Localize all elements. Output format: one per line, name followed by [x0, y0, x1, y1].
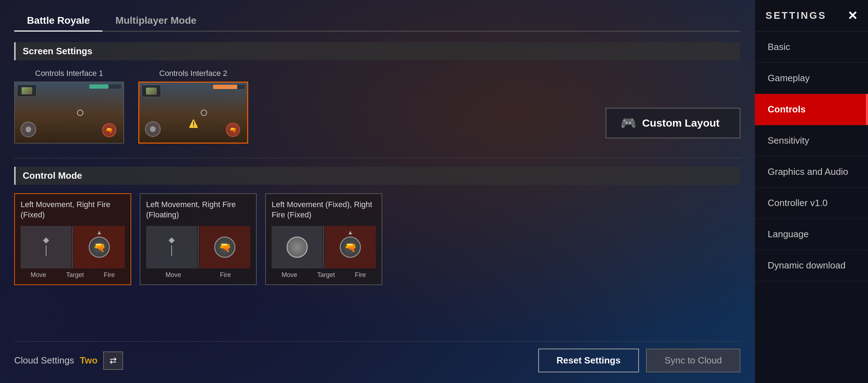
label-move-1: Move [30, 271, 46, 279]
control-mode-2-title: Left Movement, Right Fire (Floating) [146, 200, 250, 221]
control-mode-card-3[interactable]: Left Movement (Fixed), Right Fire (Fixed… [265, 193, 382, 285]
tab-battle-royale[interactable]: Battle Royale [14, 11, 102, 32]
control-mode-card-2[interactable]: Left Movement, Right Fire (Floating) 🔫 M… [140, 193, 257, 285]
control-mode-1-title: Left Movement, Right Fire (Fixed) [21, 200, 125, 221]
control-half-left-1 [21, 226, 72, 268]
interface-1-label: Controls Interface 1 [35, 69, 103, 78]
sidebar-item-basic[interactable]: Basic [755, 32, 868, 63]
interface-2-preview[interactable]: ⚠️ 🔫 [138, 82, 248, 144]
label-fire-2: Fire [220, 271, 231, 279]
control-labels-2: Move Fire [146, 271, 250, 279]
fire-button-1: 🔫 [89, 237, 110, 258]
bottom-bar: Cloud Settings Two ⇄ Reset Settings Sync… [14, 341, 740, 372]
interface-1-item[interactable]: Controls Interface 1 [14, 69, 124, 144]
main-content: Battle Royale Multiplayer Mode Screen Se… [0, 0, 755, 383]
control-half-right-1: 🔫 [74, 226, 125, 268]
control-mode-header: Control Mode [14, 167, 740, 185]
control-mode-2-visual: 🔫 [146, 226, 250, 268]
sidebar-item-controller[interactable]: Controller v1.0 [755, 188, 868, 219]
control-mode-card-1[interactable]: Left Movement, Right Fire (Fixed) 🔫 Move… [14, 193, 131, 285]
control-half-right-2: 🔫 [199, 226, 250, 268]
control-labels-3: Move Target Fire [272, 271, 376, 279]
control-half-left-3 [272, 226, 323, 268]
interfaces-row: Controls Interface 1 [14, 69, 248, 144]
control-mode-3-title: Left Movement (Fixed), Right Fire (Fixed… [272, 200, 376, 221]
sidebar-items-list: Basic Gameplay Controls Sensitivity Grap… [755, 32, 868, 281]
tab-multiplayer-mode[interactable]: Multiplayer Mode [102, 11, 209, 32]
control-mode-1-visual: 🔫 [21, 226, 125, 268]
sidebar-item-sensitivity[interactable]: Sensitivity [755, 125, 868, 156]
label-move-2: Move [166, 271, 181, 279]
control-half-right-3: 🔫 [325, 226, 376, 268]
label-move-3: Move [282, 271, 297, 279]
fire-button-3: 🔫 [340, 237, 361, 258]
interface-2-preview-ui: ⚠️ 🔫 [139, 83, 247, 143]
custom-layout-button[interactable]: 🎮 Custom Layout [606, 108, 740, 138]
label-fire-3: Fire [355, 271, 366, 279]
label-target-3: Target [317, 271, 335, 279]
reset-settings-button[interactable]: Reset Settings [538, 349, 639, 372]
interface-1-preview[interactable]: 🔫 [14, 82, 124, 144]
sidebar-item-dynamic-download[interactable]: Dynamic download [755, 250, 868, 281]
custom-layout-label: Custom Layout [642, 117, 719, 129]
cloud-settings-label: Cloud Settings [14, 355, 74, 366]
sidebar-item-language[interactable]: Language [755, 219, 868, 250]
sidebar-item-controls[interactable]: Controls [755, 94, 868, 125]
label-fire-1: Fire [104, 271, 115, 279]
joystick-dot-1 [43, 238, 49, 244]
gamepad-icon: 🎮 [621, 116, 636, 131]
fixed-joystick-3 [286, 237, 308, 258]
separator-1 [14, 158, 740, 158]
screen-settings-header: Screen Settings [14, 42, 740, 60]
label-target-1: Target [66, 271, 84, 279]
screen-settings-area: Controls Interface 1 [14, 69, 740, 144]
interface-2-item[interactable]: Controls Interface 2 ⚠️ [138, 69, 248, 144]
sidebar-item-gameplay[interactable]: Gameplay [755, 63, 868, 94]
joystick-dot-2 [169, 238, 175, 244]
control-modes-row: Left Movement, Right Fire (Fixed) 🔫 Move… [14, 193, 740, 285]
joystick-stick-1 [46, 245, 46, 256]
control-mode-3-visual: 🔫 [272, 226, 376, 268]
sidebar-item-graphics-audio[interactable]: Graphics and Audio [755, 156, 868, 188]
control-labels-1: Move Target Fire [21, 271, 125, 279]
swap-cloud-button[interactable]: ⇄ [103, 351, 123, 370]
control-half-left-2 [146, 226, 197, 268]
joystick-stick-2 [171, 245, 172, 256]
cloud-settings: Cloud Settings Two ⇄ [14, 351, 123, 370]
interface-1-preview-ui: 🔫 [15, 82, 123, 143]
settings-sidebar: SETTINGS ✕ Basic Gameplay Controls Sensi… [755, 0, 868, 383]
tabs-bar: Battle Royale Multiplayer Mode [14, 11, 740, 32]
cloud-settings-value: Two [80, 355, 98, 366]
interface-2-label: Controls Interface 2 [159, 69, 227, 78]
sync-to-cloud-button[interactable]: Sync to Cloud [646, 349, 740, 372]
sidebar-title: SETTINGS [766, 10, 827, 21]
fire-button-2: 🔫 [214, 237, 235, 258]
sidebar-header: SETTINGS ✕ [755, 0, 868, 32]
close-button[interactable]: ✕ [847, 9, 857, 23]
bottom-buttons: Reset Settings Sync to Cloud [538, 349, 740, 372]
